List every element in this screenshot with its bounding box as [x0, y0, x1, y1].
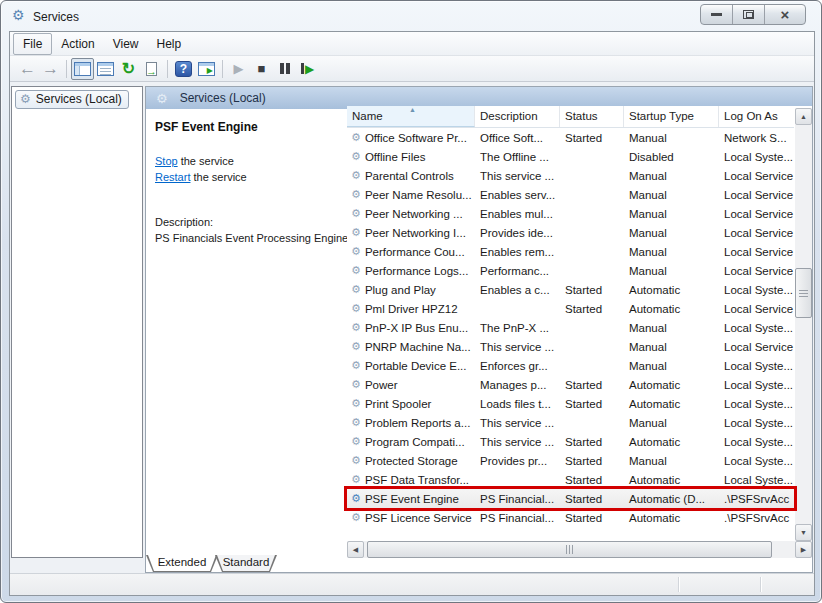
column-header-description[interactable]: Description	[475, 106, 560, 127]
table-row[interactable]: ⚙Performance Cou... Enables rem... Manua…	[347, 242, 794, 261]
cell-name: Performance Logs...	[365, 265, 469, 277]
table-row[interactable]: ⚙Offline Files The Offline ... Disabled …	[347, 147, 794, 166]
stop-service-link[interactable]: Stop	[155, 155, 178, 167]
tab-extended[interactable]: Extended	[146, 555, 218, 572]
table-row[interactable]: ⚙Plug and Play Enables a c... Started Au…	[347, 280, 794, 299]
start-service-button[interactable]: ▶	[227, 58, 250, 80]
cell-description: Loads files t...	[475, 398, 560, 410]
cell-startup-type: Automatic	[624, 512, 719, 524]
service-gear-icon: ⚙	[351, 189, 361, 200]
refresh-icon: ↻	[122, 61, 135, 77]
table-row[interactable]: ⚙PnP-X IP Bus Enu... The PnP-X ... Manua…	[347, 318, 794, 337]
column-header-status[interactable]: Status	[560, 106, 624, 127]
cell-description: Enables rem...	[475, 246, 560, 258]
menu-view[interactable]: View	[104, 34, 148, 54]
cell-name: PSF Licence Service	[365, 512, 472, 524]
properties-button[interactable]	[94, 58, 117, 80]
cell-name: Pml Driver HPZ12	[365, 303, 458, 315]
workspace: ⚙ Services (Local) ⚙ Services (Local) PS…	[10, 82, 814, 575]
column-header-startup-type[interactable]: Startup Type	[624, 106, 719, 127]
menu-action[interactable]: Action	[52, 34, 103, 54]
toolbar-separator	[222, 60, 223, 78]
close-button[interactable]: ×	[765, 5, 805, 24]
help-button[interactable]: ?	[172, 58, 195, 80]
properties-window-icon	[97, 62, 114, 76]
service-gear-icon: ⚙	[351, 474, 361, 485]
restore-button[interactable]	[733, 5, 765, 24]
table-row[interactable]: ⚙Peer Networking ... Enables mul... Manu…	[347, 204, 794, 223]
horizontal-scroll-thumb[interactable]	[367, 541, 772, 558]
services-gear-icon: ⚙	[20, 93, 31, 105]
scroll-down-button[interactable]: ▼	[795, 524, 812, 541]
service-gear-icon: ⚙	[351, 227, 361, 238]
cell-status: Started	[560, 398, 624, 410]
cell-description: Enforces gr...	[475, 360, 560, 372]
menu-file[interactable]: File	[13, 33, 52, 55]
cell-log-on-as: Local Syste...	[719, 360, 794, 372]
table-row[interactable]: ⚙Protected Storage Provides pr... Starte…	[347, 451, 794, 470]
cell-startup-type: Automatic	[624, 436, 719, 448]
table-row[interactable]: ⚙Peer Networking I... Provides ide... Ma…	[347, 223, 794, 242]
table-row[interactable]: ⚙Performance Logs... Performanc... Manua…	[347, 261, 794, 280]
status-divider	[678, 577, 679, 592]
cell-startup-type: Manual	[624, 227, 719, 239]
restart-service-link[interactable]: Restart	[155, 171, 190, 183]
refresh-button[interactable]: ↻	[117, 58, 140, 80]
description-text: PS Financials Event Processing Engine	[155, 230, 348, 246]
horizontal-scrollbar[interactable]: ◀ ▶	[347, 541, 812, 558]
table-row[interactable]: ⚙Pml Driver HPZ12 Started Automatic Loca…	[347, 299, 794, 318]
show-console-tree-button[interactable]	[71, 58, 94, 80]
table-row[interactable]: ⚙Office Software Pr... Office Soft... St…	[347, 128, 794, 147]
service-gear-icon: ⚙	[351, 512, 361, 523]
titlebar[interactable]: ⚙ Services ×	[1, 1, 821, 31]
scroll-right-button[interactable]: ▶	[795, 541, 812, 558]
back-button[interactable]: ←	[16, 58, 39, 80]
restart-service-button[interactable]: ▶	[296, 58, 319, 80]
cell-name: PSF Data Transfor...	[365, 474, 469, 486]
vertical-scrollbar[interactable]: ▲ ▼	[795, 108, 812, 541]
service-gear-icon: ⚙	[351, 265, 361, 276]
table-row[interactable]: ⚙Peer Name Resolu... Enables serv... Man…	[347, 185, 794, 204]
cell-name: Protected Storage	[365, 455, 458, 467]
cell-status: Started	[560, 303, 624, 315]
table-row[interactable]: ⚙Portable Device E... Enforces gr... Man…	[347, 356, 794, 375]
forward-button[interactable]: →	[39, 58, 62, 80]
table-row[interactable]: ⚙Parental Controls This service ... Manu…	[347, 166, 794, 185]
minimize-button[interactable]	[701, 5, 733, 24]
table-row[interactable]: ⚙Power Manages p... Started Automatic Lo…	[347, 375, 794, 394]
service-action-links: Stop the service Restart the service	[155, 153, 247, 185]
table-row[interactable]: ⚙PSF Event Engine PS Financial... Starte…	[347, 489, 794, 508]
table-row[interactable]: ⚙PSF Data Transfor... Started Automatic …	[347, 470, 794, 489]
column-header-log-on-as[interactable]: Log On As	[719, 106, 794, 127]
show-action-pane-button[interactable]: ▶	[195, 58, 218, 80]
cell-description: Manages p...	[475, 379, 560, 391]
tree-item-services-local[interactable]: ⚙ Services (Local)	[15, 90, 129, 109]
cell-description: Office Soft...	[475, 132, 560, 144]
scroll-left-button[interactable]: ◀	[347, 541, 364, 558]
table-row[interactable]: ⚙Program Compati... This service ... Sta…	[347, 432, 794, 451]
service-gear-icon: ⚙	[351, 341, 361, 352]
tab-standard[interactable]: Standard	[215, 555, 277, 572]
service-description: Description: PS Financials Event Process…	[155, 214, 348, 246]
stop-service-button[interactable]: ■	[250, 58, 273, 80]
service-gear-icon: ⚙	[351, 170, 361, 181]
table-row[interactable]: ⚙Print Spooler Loads files t... Started …	[347, 394, 794, 413]
cell-status: Started	[560, 132, 624, 144]
table-row[interactable]: ⚙PSF Licence Service PS Financial... Sta…	[347, 508, 794, 527]
window-title: Services	[33, 10, 79, 24]
pause-service-button[interactable]	[273, 58, 296, 80]
scroll-up-button[interactable]: ▲	[795, 108, 812, 125]
menu-help[interactable]: Help	[148, 34, 191, 54]
description-label: Description:	[155, 214, 348, 230]
export-list-button[interactable]: →	[140, 58, 163, 80]
service-gear-icon: ⚙	[351, 379, 361, 390]
table-row[interactable]: ⚙Problem Reports a... This service ... M…	[347, 413, 794, 432]
cell-name: Peer Networking ...	[365, 208, 463, 220]
vertical-scroll-thumb[interactable]	[795, 268, 812, 318]
cell-startup-type: Manual	[624, 341, 719, 353]
column-header-name[interactable]: Name▲	[347, 106, 475, 127]
status-bar	[10, 573, 814, 595]
table-row[interactable]: ⚙PNRP Machine Na... This service ... Man…	[347, 337, 794, 356]
cell-description: Provides pr...	[475, 455, 560, 467]
cell-description: Enables mul...	[475, 208, 560, 220]
